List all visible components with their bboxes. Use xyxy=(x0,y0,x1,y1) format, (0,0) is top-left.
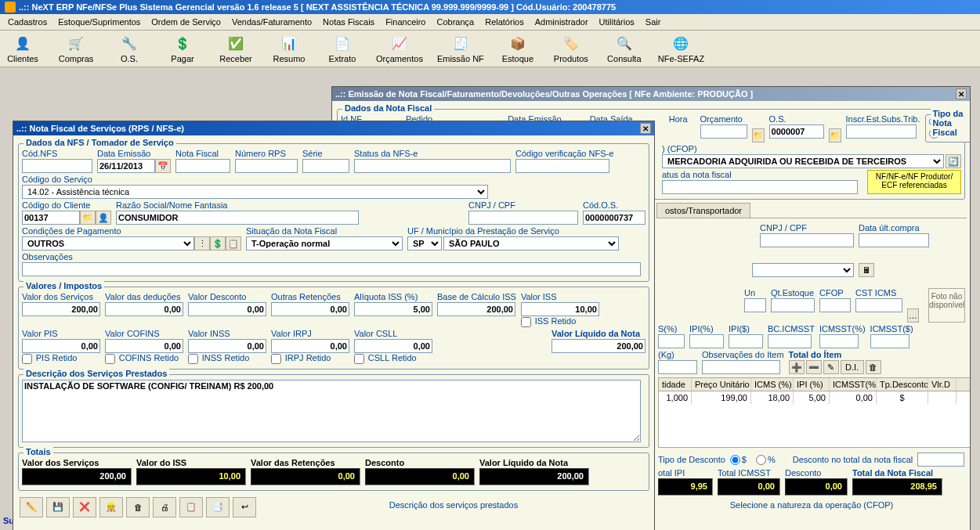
input-dataultcompra[interactable] xyxy=(859,233,929,247)
list-icon[interactable]: 📋 xyxy=(179,497,203,517)
copy-icon[interactable]: 📑 xyxy=(206,497,230,517)
menu-util[interactable]: Utilitários xyxy=(595,16,639,28)
input-codnfs[interactable] xyxy=(22,159,92,173)
input-status-nf[interactable] xyxy=(662,180,858,194)
input-cfop2[interactable] xyxy=(819,298,851,312)
calc-icon[interactable]: 🖩 xyxy=(859,263,874,277)
input-notafiscal[interactable] xyxy=(175,159,230,173)
tb-consulta[interactable]: 🔍Consulta xyxy=(605,34,644,63)
folder-cliente-icon[interactable]: 📁 xyxy=(80,211,96,225)
radio-dollar[interactable]: $ xyxy=(730,452,747,467)
input-codos[interactable] xyxy=(583,211,645,225)
tb-orcamentos[interactable]: 📈Orçamentos xyxy=(376,34,423,63)
input-descnota[interactable] xyxy=(917,452,964,467)
menu-vendas[interactable]: Vendas/Faturamento xyxy=(227,16,316,28)
input-serie[interactable] xyxy=(302,159,349,173)
grid-row-0[interactable]: 1,000 199,00 18,00 5,00 0,00 $ xyxy=(659,391,970,404)
nfe-close-icon[interactable]: ✕ xyxy=(956,88,967,99)
input-s[interactable] xyxy=(658,334,685,348)
input-inscr[interactable] xyxy=(846,124,917,139)
tb-os[interactable]: 🔧O.S. xyxy=(110,34,149,63)
csticms-btn[interactable]: … xyxy=(907,308,919,323)
chk-pisretido[interactable]: PIS Retido xyxy=(22,353,100,364)
select-sitnf[interactable]: T-Operação normal xyxy=(246,236,403,251)
menu-admin[interactable]: Administrador xyxy=(530,16,593,28)
condpag-btn3[interactable]: 📋 xyxy=(226,236,241,251)
select-unk[interactable] xyxy=(752,263,854,277)
tb-produtos[interactable]: 🏷️Produtos xyxy=(551,34,591,63)
select-condpag[interactable]: OUTROS xyxy=(22,236,194,251)
input-icmsstdol[interactable] xyxy=(870,334,909,348)
rps-titlebar[interactable]: ..:: Nota Fiscal de Serviços (RPS / NFS-… xyxy=(13,121,654,135)
chk-csllretido[interactable]: CSLL Retido xyxy=(354,353,432,364)
chk-cofinsretido[interactable]: COFINS Retido xyxy=(105,353,183,364)
user-cliente-icon[interactable]: 👤 xyxy=(96,211,111,225)
input-bcicmsst[interactable] xyxy=(768,334,812,348)
menu-relatorios[interactable]: Relatórios xyxy=(480,16,529,28)
input-icmsstpct[interactable] xyxy=(819,334,859,348)
tab-transportador[interactable]: ostos/Transportador xyxy=(656,203,750,218)
radio-pct[interactable]: % xyxy=(756,452,776,467)
tb-extrato[interactable]: 📄Extrato xyxy=(323,34,362,63)
folder-os-icon[interactable]: 📁 xyxy=(829,128,841,142)
input-cnpj-nfe[interactable] xyxy=(760,233,854,247)
input-aliqiss[interactable] xyxy=(354,302,432,316)
calendar-icon[interactable]: 📅 xyxy=(155,159,171,173)
input-os-nfe[interactable] xyxy=(769,124,824,139)
input-numerorps[interactable] xyxy=(235,159,298,173)
input-csticms[interactable] xyxy=(855,298,902,312)
tb-receber[interactable]: ✅Receber xyxy=(216,34,255,63)
input-valserv[interactable] xyxy=(22,302,100,316)
input-outret[interactable] xyxy=(271,302,349,316)
tb-estoque[interactable]: 📦Estoque xyxy=(498,34,537,63)
condpag-btn1[interactable]: ⋮ xyxy=(194,236,210,251)
input-qtestoque[interactable] xyxy=(771,298,815,312)
folder-orc-icon[interactable]: 📁 xyxy=(752,128,765,142)
tb-clientes[interactable]: 👤Clientes xyxy=(3,34,42,63)
chk-issretido[interactable]: ISS Retido xyxy=(521,316,599,327)
bin-icon[interactable]: 🗑 xyxy=(126,497,150,517)
input-obsitem[interactable] xyxy=(702,360,780,374)
input-codcliente[interactable] xyxy=(22,211,80,225)
input-kg[interactable] xyxy=(658,360,697,374)
select-municipio[interactable]: SÃO PAULO xyxy=(443,236,619,251)
chk-inssretido[interactable]: INSS Retido xyxy=(188,353,266,364)
delete-icon[interactable]: ❌ xyxy=(73,497,96,517)
select-uf[interactable]: SP xyxy=(407,236,442,251)
tb-emissaonf[interactable]: 🧾Emissão NF xyxy=(437,34,484,63)
tb-compras[interactable]: 🛒Compras xyxy=(56,34,96,63)
input-ipipct[interactable] xyxy=(689,334,724,348)
edit-item-icon[interactable]: ✎ xyxy=(823,360,839,374)
input-valiss[interactable] xyxy=(521,302,599,316)
input-valirpj[interactable] xyxy=(271,339,349,353)
nfe-titlebar[interactable]: ..:: Emissão de Nota Fiscal/Faturamento/… xyxy=(332,87,970,101)
input-razao[interactable] xyxy=(116,211,359,225)
edit-icon[interactable]: ✏️ xyxy=(20,497,43,517)
input-statusnfse[interactable] xyxy=(354,159,511,173)
condpag-btn2[interactable]: 💲 xyxy=(210,236,226,251)
menu-estoque[interactable]: Estoque/Suprimentos xyxy=(53,16,145,28)
cfop-refresh-icon[interactable]: 🔄 xyxy=(946,154,961,168)
input-basecalc[interactable] xyxy=(437,302,515,316)
menu-notas[interactable]: Notas Fiscais xyxy=(318,16,379,28)
worker-icon[interactable]: 👷 xyxy=(99,497,123,517)
chk-irpjretido[interactable]: IRPJ Retido xyxy=(271,353,349,364)
input-valcsll[interactable] xyxy=(354,339,432,353)
input-un[interactable] xyxy=(744,298,766,312)
back-icon[interactable]: ↩ xyxy=(233,497,256,517)
btn-nf-referenciadas[interactable]: NF/NF-e/NF Produtor/ ECF referenciadas xyxy=(867,170,961,194)
tb-nfesefaz[interactable]: 🌐NFe-SEFAZ xyxy=(658,34,704,63)
select-cfop[interactable]: MERCADORIA ADQUIRIDA OU RECEBIDA DE TERC… xyxy=(662,154,944,168)
delete-item-icon[interactable]: 🗑 xyxy=(866,360,881,374)
menu-sair[interactable]: Sair xyxy=(641,16,666,28)
add-item-icon[interactable]: ➕ xyxy=(789,360,805,374)
tb-pagar[interactable]: 💲Pagar xyxy=(163,34,202,63)
menu-cobranca[interactable]: Cobrança xyxy=(432,16,479,28)
menu-os[interactable]: Ordem de Serviço xyxy=(146,16,226,28)
menu-financeiro[interactable]: Financeiro xyxy=(381,16,430,28)
menu-cadastros[interactable]: Cadastros xyxy=(3,16,52,28)
input-dataem-rps[interactable] xyxy=(97,159,155,173)
input-cnpjcpf[interactable] xyxy=(468,211,578,225)
input-orcamento[interactable] xyxy=(700,124,747,139)
select-codservico[interactable]: 14.02 - Assistência técnica xyxy=(22,185,488,199)
